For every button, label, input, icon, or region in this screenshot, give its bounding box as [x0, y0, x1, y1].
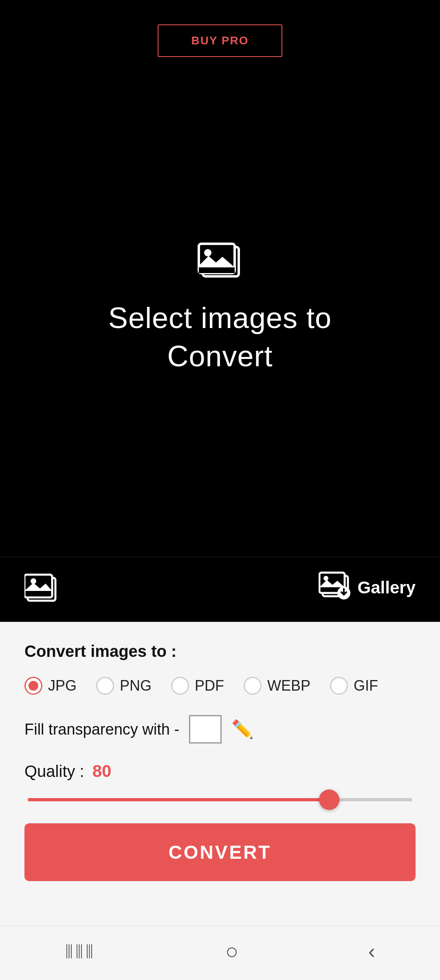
bottom-toolbar: Gallery: [0, 557, 440, 622]
system-nav-bar: ⦀⦀⦀ ○ ‹: [0, 926, 440, 980]
svg-rect-5: [24, 575, 52, 597]
convert-label: Convert images to :: [24, 642, 416, 661]
format-gif-label: GIF: [354, 677, 378, 694]
edit-color-icon[interactable]: ✏️: [231, 719, 254, 740]
quality-slider[interactable]: [28, 798, 412, 801]
select-images-text: Select images toConvert: [108, 299, 332, 375]
format-row: JPG PNG PDF WEBP GIF: [24, 677, 416, 695]
quality-row: Quality : 80: [24, 761, 416, 781]
svg-point-9: [323, 576, 328, 581]
fill-color-box[interactable]: [189, 715, 222, 744]
format-gif[interactable]: GIF: [330, 677, 378, 695]
gallery-label: Gallery: [358, 578, 416, 597]
format-pdf[interactable]: PDF: [171, 677, 224, 695]
format-pdf-label: PDF: [195, 677, 224, 694]
quality-slider-container: [24, 796, 416, 803]
convert-button[interactable]: CONVERT: [24, 823, 416, 881]
svg-point-2: [204, 249, 211, 256]
add-images-button[interactable]: [24, 571, 61, 604]
format-webp[interactable]: WEBP: [244, 677, 310, 695]
format-png[interactable]: PNG: [96, 677, 152, 695]
radio-pdf: [171, 677, 189, 695]
radio-gif: [330, 677, 348, 695]
settings-panel: Convert images to : JPG PNG PDF WEBP GIF: [0, 622, 440, 926]
quality-value: 80: [92, 761, 112, 781]
format-png-label: PNG: [120, 677, 152, 694]
back-icon[interactable]: ‹: [368, 939, 375, 963]
recent-apps-icon[interactable]: ⦀⦀⦀: [65, 939, 95, 963]
gallery-button[interactable]: Gallery: [319, 569, 416, 606]
buy-pro-button[interactable]: BUY PRO: [158, 24, 282, 57]
format-webp-label: WEBP: [267, 677, 310, 694]
radio-jpg: [24, 677, 42, 695]
radio-webp: [244, 677, 262, 695]
home-icon[interactable]: ○: [225, 938, 239, 964]
top-bar: BUY PRO: [0, 0, 440, 57]
gallery-icon: [319, 569, 351, 606]
fill-transparency-row: Fill transparency with - ✏️: [24, 715, 416, 744]
quality-label: Quality :: [24, 762, 84, 781]
svg-marker-3: [199, 267, 235, 273]
format-jpg-label: JPG: [48, 677, 77, 694]
format-jpg[interactable]: JPG: [24, 677, 77, 695]
main-image-area: Select images toConvert: [0, 57, 440, 557]
radio-png: [96, 677, 114, 695]
image-placeholder-icon: [196, 238, 244, 283]
fill-transparency-label: Fill transparency with -: [24, 721, 179, 738]
